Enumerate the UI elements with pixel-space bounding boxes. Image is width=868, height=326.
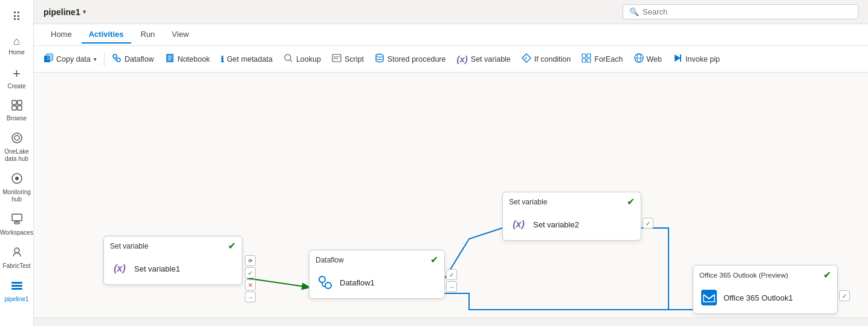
toolbar-copy-data[interactable]: Copy data ▾ [39, 50, 102, 68]
svg-point-4 [12, 133, 22, 143]
node-dataflow1-actions: ✓ → [446, 269, 457, 292]
pipeline-name[interactable]: pipeline1 ▾ [44, 7, 86, 17]
app-container: ⠿ ⌂ Home + Create Browse OneLake data hu… [0, 0, 868, 326]
sidebar-item-browse[interactable]: Browse [1, 96, 33, 126]
toolbar-set-variable[interactable]: (x) Set variable [452, 51, 515, 67]
node-office365-title: Office 365 Outlook (Preview) [699, 272, 788, 279]
toolbar-separator-1 [104, 52, 105, 67]
node-office365-check: ✔ [823, 269, 831, 281]
svg-rect-33 [587, 54, 591, 57]
toolbar-script[interactable]: Script [327, 50, 369, 68]
if-condition-icon: if [522, 53, 531, 65]
svg-point-29 [376, 54, 383, 57]
node-office365-action: ✓ [839, 290, 850, 301]
sidebar-item-onelake[interactable]: OneLake data hub [1, 128, 33, 166]
toolbar-invoke-pipeline[interactable]: Invoke pip [668, 50, 725, 68]
svg-rect-34 [582, 59, 586, 62]
node-set-variable2-action: ✓ [643, 218, 653, 229]
toolbar-get-metadata[interactable]: ℹ Get metadata [216, 51, 277, 67]
tab-run[interactable]: Run [134, 26, 163, 44]
toolbar-foreach[interactable]: ForEach [577, 50, 627, 68]
svg-point-18 [113, 54, 117, 58]
sidebar-item-create[interactable]: + Create [1, 62, 33, 94]
search-input[interactable] [643, 7, 852, 16]
tab-view[interactable]: View [164, 26, 196, 44]
node-dataflow1-icon [316, 273, 335, 292]
svg-point-11 [15, 248, 19, 253]
node-set-variable1-title: Set variable [110, 242, 148, 250]
node-set-variable1-fail[interactable]: ✕ [245, 279, 256, 290]
svg-rect-1 [18, 100, 22, 105]
node-office365-success[interactable]: ✓ [839, 290, 850, 301]
node-set-variable1-success[interactable]: ✓ [245, 267, 256, 278]
svg-rect-26 [332, 54, 341, 62]
topbar: pipeline1 ▾ 🔍 [34, 0, 868, 24]
toolbar-notebook[interactable]: Notebook [160, 50, 215, 68]
tab-home[interactable]: Home [44, 26, 79, 44]
svg-rect-2 [12, 106, 16, 110]
node-set-variable2[interactable]: Set variable ✔ (x) Set variable2 [502, 192, 641, 241]
node-dataflow1-check: ✔ [430, 254, 438, 266]
tab-activities[interactable]: Activities [82, 26, 131, 44]
node-dataflow1-label: Dataflow1 [340, 278, 375, 287]
nav-tabs: Home Activities Run View [34, 24, 868, 46]
node-set-variable1-settings[interactable]: ⟳ [245, 255, 256, 266]
svg-text:if: if [525, 56, 527, 60]
dataflow-icon [112, 53, 121, 65]
pipeline-icon [11, 279, 23, 295]
apps-icon[interactable]: ⠿ [7, 5, 26, 29]
copy-data-chevron-icon: ▾ [94, 56, 97, 62]
main-content: pipeline1 ▾ 🔍 Home Activities Run View C… [34, 0, 868, 326]
node-dataflow1[interactable]: Dataflow ✔ Dataflow1 [309, 250, 445, 299]
svg-rect-14 [11, 288, 22, 290]
svg-point-19 [117, 58, 120, 62]
workspaces-icon [11, 213, 23, 228]
node-set-variable2-success[interactable]: ✓ [643, 218, 653, 229]
node-dataflow1-success[interactable]: ✓ [446, 269, 457, 280]
monitoring-icon [11, 172, 23, 187]
search-icon: 🔍 [629, 7, 639, 16]
node-set-variable2-title: Set variable [509, 198, 547, 206]
sidebar-item-home[interactable]: ⌂ Home [1, 31, 33, 60]
svg-marker-39 [675, 54, 681, 62]
svg-rect-8 [12, 214, 22, 221]
toolbar-web[interactable]: Web [629, 50, 667, 68]
node-set-variable1[interactable]: Set variable ✔ (x) Set variable1 [103, 236, 242, 285]
svg-line-25 [290, 60, 292, 62]
pipeline-chevron-icon: ▾ [83, 8, 86, 15]
onelake-icon [11, 132, 23, 147]
invoke-pipeline-icon [673, 53, 682, 65]
copy-data-icon [44, 53, 53, 65]
toolbar-lookup[interactable]: Lookup [279, 50, 326, 68]
svg-rect-9 [15, 222, 19, 224]
node-dataflow1-complete[interactable]: → [446, 281, 457, 292]
node-dataflow1-title: Dataflow [316, 256, 344, 264]
node-set-variable1-check: ✔ [228, 240, 236, 252]
svg-rect-0 [12, 100, 16, 105]
toolbar-dataflow[interactable]: Dataflow [107, 50, 159, 68]
svg-point-42 [325, 282, 331, 289]
node-office365[interactable]: Office 365 Outlook (Preview) ✔ Office 36… [693, 265, 838, 314]
svg-rect-3 [18, 106, 22, 110]
svg-rect-35 [587, 59, 591, 62]
node-office365-label: Office 365 Outlook1 [724, 293, 793, 302]
node-set-variable2-label: Set variable2 [533, 220, 579, 229]
toolbar-if-condition[interactable]: if If condition [517, 50, 575, 68]
toolbar-stored-procedure[interactable]: Stored procedure [370, 50, 451, 68]
node-set-variable2-check: ✔ [627, 196, 635, 207]
search-box[interactable]: 🔍 [623, 4, 858, 19]
sidebar-item-monitoring[interactable]: Monitoring hub [1, 169, 33, 207]
node-set-variable1-complete[interactable]: → [245, 292, 256, 302]
home-icon: ⌂ [13, 35, 20, 48]
svg-point-5 [15, 135, 19, 140]
sidebar-item-fabrictest[interactable]: FabricTest [1, 243, 33, 273]
toolbar: Copy data ▾ Dataflow Notebook ℹ Get meta… [34, 46, 868, 73]
node-set-variable1-label: Set variable1 [134, 264, 180, 273]
canvas[interactable]: Set variable ✔ (x) Set variable1 ⟳ ✓ ✕ →… [34, 73, 868, 318]
bottom-bar [34, 318, 868, 326]
sidebar-item-workspaces[interactable]: Workspaces [1, 209, 33, 240]
create-icon: + [13, 66, 21, 82]
lookup-icon [283, 53, 293, 65]
sidebar-item-pipeline1[interactable]: pipeline1 [1, 276, 33, 307]
svg-rect-13 [11, 285, 22, 287]
